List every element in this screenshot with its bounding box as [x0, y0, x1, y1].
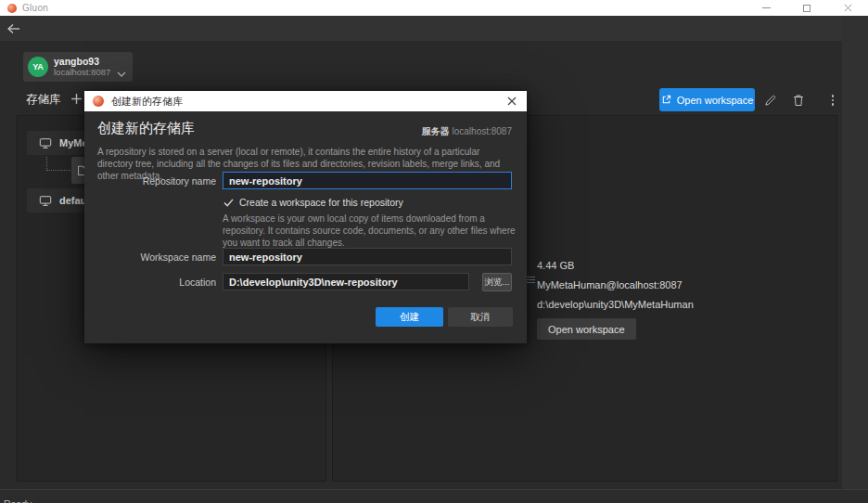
gluon-logo-icon	[93, 96, 104, 107]
create-button[interactable]: 创建	[376, 307, 443, 327]
pencil-icon	[764, 95, 776, 107]
close-icon	[844, 4, 852, 12]
delete-button[interactable]	[791, 93, 806, 108]
window-title: Gluon	[22, 3, 48, 13]
status-text: Ready	[4, 498, 32, 503]
edit-button[interactable]	[762, 93, 777, 108]
checkmark-icon	[223, 199, 234, 207]
workspace-path: d:\develop\unity3D\MyMetaHuman	[537, 299, 694, 310]
open-workspace-label: Open workspace	[677, 95, 754, 106]
workspace-description: A workspace is your own local copy of it…	[223, 213, 521, 249]
minimize-button[interactable]	[757, 2, 775, 15]
window-titlebar: Gluon	[0, 0, 868, 16]
dialog-close-button[interactable]	[505, 95, 518, 108]
minimize-icon	[762, 7, 771, 8]
location-label: Location	[84, 277, 216, 288]
server-label: 服务器	[422, 126, 450, 136]
workspace-repository-spec: MyMetaHuman@localhost:8087	[537, 279, 683, 290]
server-address: localhost:8087	[54, 68, 110, 77]
kebab-icon	[832, 95, 835, 106]
gluon-window: Gluon YA yangbo93 localhost:8087 存储库	[0, 0, 868, 503]
create-workspace-checkbox[interactable]: Create a workspace for this repository	[223, 197, 403, 208]
username: yangbo93	[54, 57, 110, 68]
cancel-button[interactable]: 取消	[448, 307, 513, 327]
repository-icon	[39, 195, 52, 207]
maximize-button[interactable]	[798, 2, 816, 15]
chevron-down-icon	[117, 64, 126, 81]
status-bar: Ready	[0, 489, 868, 503]
dialog-heading: 创建新的存储库	[97, 120, 195, 137]
dialog-titlebar: 创建新的存储库	[84, 91, 527, 111]
repository-name-input[interactable]	[223, 172, 512, 189]
right-edge-strip	[842, 16, 868, 489]
workspace-size: 4.44 GB	[537, 260, 574, 271]
open-workspace-secondary-button[interactable]: Open workspace	[537, 318, 636, 340]
repository-menu-button[interactable]	[825, 93, 840, 108]
back-arrow-icon	[6, 23, 21, 34]
trash-icon	[793, 94, 804, 107]
user-server-selector[interactable]: YA yangbo93 localhost:8087	[23, 52, 133, 82]
close-icon	[507, 97, 517, 106]
browse-button[interactable]: 浏览...	[482, 273, 512, 291]
avatar: YA	[28, 57, 48, 77]
repository-name-label: Repository name	[84, 175, 216, 187]
tab-repositories[interactable]: 存储库	[26, 92, 61, 108]
open-workspace-button[interactable]: Open workspace	[659, 88, 755, 111]
dialog-title: 创建新的存储库	[111, 95, 183, 109]
workspace-name-input[interactable]	[223, 248, 512, 265]
server-value: localhost:8087	[453, 126, 513, 136]
external-link-icon	[661, 95, 671, 105]
list-grip-icon	[527, 277, 535, 283]
create-repository-dialog: 创建新的存储库 创建新的存储库 服务器 localhost:8087 A rep…	[84, 91, 527, 343]
location-input[interactable]	[223, 273, 469, 290]
dialog-server-info: 服务器 localhost:8087	[422, 125, 512, 138]
plus-icon	[70, 93, 83, 105]
top-toolbar	[0, 16, 868, 41]
maximize-icon	[803, 5, 811, 12]
back-button[interactable]	[6, 20, 25, 36]
tree-branch-line	[46, 157, 70, 171]
add-repository-button[interactable]	[70, 92, 83, 105]
repository-icon	[39, 137, 52, 149]
create-workspace-checkbox-label: Create a workspace for this repository	[239, 197, 403, 208]
workspace-name-label: Workspace name	[84, 252, 216, 263]
gluon-logo-icon	[7, 4, 17, 13]
close-window-button[interactable]	[838, 2, 857, 15]
